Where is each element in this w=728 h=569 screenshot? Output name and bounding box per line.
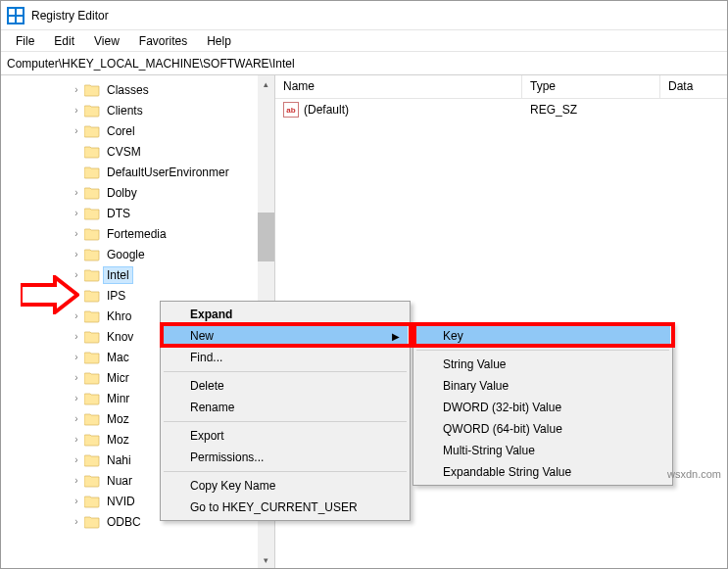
tree-item-dts[interactable]: ›DTS xyxy=(1,203,274,223)
value-name: (Default) xyxy=(304,103,349,117)
ctx-permissions[interactable]: Permissions... xyxy=(163,447,408,468)
column-data[interactable]: Data xyxy=(660,75,727,98)
expand-icon[interactable]: › xyxy=(70,228,83,239)
tree-item-label: Fortemedia xyxy=(104,226,170,242)
tree-item-classes[interactable]: ›Classes xyxy=(1,79,274,100)
ctx-export[interactable]: Export xyxy=(163,425,408,447)
ctx-new-dword[interactable]: DWORD (32-bit) Value xyxy=(415,397,670,418)
folder-icon xyxy=(84,330,100,344)
expand-icon[interactable]: › xyxy=(70,84,83,95)
folder-icon xyxy=(84,474,100,488)
scroll-thumb[interactable] xyxy=(258,213,274,261)
column-name[interactable]: Name xyxy=(275,75,522,98)
svg-rect-3 xyxy=(17,17,23,23)
folder-icon xyxy=(84,248,100,261)
expand-icon[interactable]: › xyxy=(70,331,83,342)
expand-icon[interactable]: › xyxy=(70,269,83,280)
expand-icon[interactable]: › xyxy=(70,496,83,506)
ctx-new-expandstring[interactable]: Expandable String Value xyxy=(415,461,670,483)
tree-item-corel[interactable]: ›Corel xyxy=(1,120,274,141)
menu-view[interactable]: View xyxy=(85,32,128,50)
folder-icon xyxy=(84,515,100,529)
tree-item-label: Dolby xyxy=(104,185,140,201)
tree-item-label: Moz xyxy=(104,411,132,427)
expand-icon[interactable]: › xyxy=(70,187,83,198)
ctx-new-label: New xyxy=(190,329,214,343)
expand-icon[interactable]: › xyxy=(70,393,83,403)
tree-item-label: Google xyxy=(104,247,148,262)
ctx-rename[interactable]: Rename xyxy=(163,397,408,418)
tree-item-label: Moz xyxy=(104,432,132,448)
tree-item-fortemedia[interactable]: ›Fortemedia xyxy=(1,223,274,244)
tree-item-label: ODBC xyxy=(104,514,144,530)
titlebar: Registry Editor xyxy=(1,1,727,30)
expand-icon[interactable]: › xyxy=(70,413,83,424)
expand-icon[interactable]: › xyxy=(70,372,83,383)
ctx-goto-hkcu[interactable]: Go to HKEY_CURRENT_USER xyxy=(163,497,408,518)
ctx-new-string[interactable]: String Value xyxy=(415,354,670,375)
tree-item-label: CVSM xyxy=(104,144,144,160)
tree-item-label: Minr xyxy=(104,391,132,406)
expand-icon[interactable]: › xyxy=(70,125,83,136)
folder-icon xyxy=(84,412,100,426)
tree-item-cvsm[interactable]: CVSM xyxy=(1,141,274,162)
folder-icon xyxy=(84,166,100,179)
context-submenu-new: Key String Value Binary Value DWORD (32-… xyxy=(413,322,673,486)
tree-item-intel[interactable]: ›Intel xyxy=(1,264,274,285)
ctx-new-key[interactable]: Key xyxy=(415,325,670,347)
tree-item-label: Classes xyxy=(104,82,152,98)
menu-edit[interactable]: Edit xyxy=(45,32,83,50)
submenu-arrow-icon: ▶ xyxy=(392,331,400,342)
expand-icon[interactable]: › xyxy=(70,310,83,321)
scroll-down-icon[interactable]: ▾ xyxy=(258,551,274,568)
folder-icon xyxy=(84,186,100,200)
expand-icon[interactable]: › xyxy=(70,105,83,116)
tree-item-label: Clients xyxy=(104,103,146,119)
folder-icon xyxy=(84,392,100,405)
list-body: ab (Default) REG_SZ xyxy=(275,99,727,120)
ctx-new-binary[interactable]: Binary Value xyxy=(415,375,670,397)
tree-item-google[interactable]: ›Google xyxy=(1,244,274,264)
svg-rect-0 xyxy=(9,9,15,15)
expand-icon[interactable]: › xyxy=(70,434,83,445)
tree-item-label: Mac xyxy=(104,350,132,365)
address-bar[interactable]: Computer\HKEY_LOCAL_MACHINE\SOFTWARE\Int… xyxy=(1,52,727,75)
tree-item-label: Nahi xyxy=(104,452,134,468)
list-item[interactable]: ab (Default) REG_SZ xyxy=(275,99,727,120)
column-type[interactable]: Type xyxy=(522,75,660,98)
expand-icon[interactable]: › xyxy=(70,249,83,260)
tree-item-label: Knov xyxy=(104,329,136,345)
ctx-separator xyxy=(164,371,407,372)
ctx-separator xyxy=(164,471,407,472)
expand-icon[interactable]: › xyxy=(70,475,83,486)
expand-icon[interactable]: › xyxy=(70,352,83,362)
ctx-delete[interactable]: Delete xyxy=(163,375,408,397)
scroll-up-icon[interactable]: ▴ xyxy=(258,75,274,92)
menu-file[interactable]: File xyxy=(7,32,43,50)
ctx-find[interactable]: Find... xyxy=(163,347,408,368)
ctx-expand[interactable]: Expand xyxy=(163,304,408,325)
expand-icon[interactable]: › xyxy=(70,208,83,218)
menu-help[interactable]: Help xyxy=(198,32,240,50)
ctx-new[interactable]: New ▶ xyxy=(163,325,408,347)
folder-icon xyxy=(84,268,100,282)
window-title: Registry Editor xyxy=(31,9,109,23)
menu-favorites[interactable]: Favorites xyxy=(130,32,196,50)
tree-item-clients[interactable]: ›Clients xyxy=(1,100,274,120)
tree-item-dolby[interactable]: ›Dolby xyxy=(1,182,274,203)
ctx-new-multistring[interactable]: Multi-String Value xyxy=(415,440,670,461)
tree-item-defaultuserenvironment[interactable]: DefaultUserEnvironmer xyxy=(1,162,274,182)
tree-item-label: Khro xyxy=(104,308,134,324)
expand-icon[interactable]: › xyxy=(70,516,83,527)
expand-icon[interactable]: › xyxy=(70,290,83,301)
folder-icon xyxy=(84,495,100,508)
folder-icon xyxy=(84,433,100,447)
ctx-copy-key-name[interactable]: Copy Key Name xyxy=(163,475,408,497)
folder-icon xyxy=(84,351,100,364)
folder-icon xyxy=(84,104,100,118)
tree-item-label: DefaultUserEnvironmer xyxy=(104,165,232,180)
folder-icon xyxy=(84,207,100,220)
ctx-new-qword[interactable]: QWORD (64-bit) Value xyxy=(415,418,670,440)
tree-item-label: IPS xyxy=(104,288,128,304)
expand-icon[interactable]: › xyxy=(70,454,83,465)
